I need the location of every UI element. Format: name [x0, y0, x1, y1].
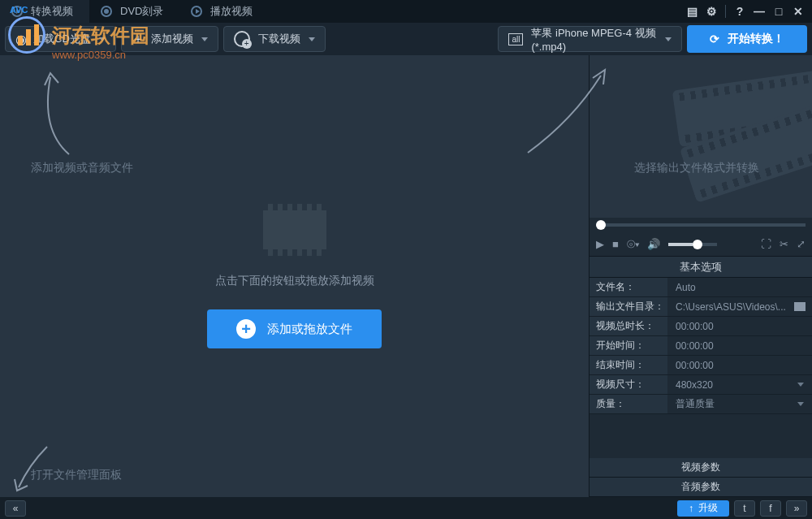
placeholder-text: 点击下面的按钮或拖放添加视频: [215, 274, 374, 288]
plus-icon: ＋: [132, 31, 145, 48]
close-icon[interactable]: ✕: [789, 2, 807, 20]
menu-icon[interactable]: ▤: [683, 2, 701, 20]
option-label: 输出文件目录：: [590, 297, 667, 316]
progress-slider[interactable]: [590, 218, 812, 232]
collapse-button[interactable]: «: [5, 500, 26, 517]
toolbar: ◉加载CD光盘 ＋添加视频 下载视频 all 苹果 iPhone MPEG-4 …: [0, 23, 812, 55]
plus-circle-icon: +: [236, 319, 256, 339]
stop-icon[interactable]: ■: [612, 238, 619, 250]
option-value[interactable]: 480x320: [667, 375, 812, 394]
play-icon[interactable]: ▶: [596, 238, 604, 250]
video-params-section[interactable]: 视频参数: [590, 458, 812, 478]
player-controls: ▶ ■ ⦾▾ 🔊 ⛶ ✂ ⤢: [590, 232, 812, 257]
output-format-select[interactable]: all 苹果 iPhone MPEG-4 视频 (*.mp4): [498, 26, 682, 52]
up-arrow-icon: ↑: [689, 503, 693, 514]
add-file-label: 添加或拖放文件: [267, 322, 352, 337]
main-pane[interactable]: 添加视频或音频文件 选择输出文件格式并转换 打开文件管理面板 点击下面的按钮或拖…: [0, 55, 589, 497]
facebook-icon[interactable]: f: [760, 500, 781, 517]
tab-convert-label: 转换视频: [31, 4, 73, 19]
option-row: 结束时间：00:00:00: [590, 356, 812, 375]
output-prefix-icon: all: [508, 33, 523, 45]
minimize-icon[interactable]: —: [750, 2, 768, 20]
option-label: 开始时间：: [590, 336, 667, 355]
option-row: 视频尺寸：480x320: [590, 375, 812, 395]
snapshot-icon[interactable]: ⦾▾: [627, 238, 639, 251]
option-value: 00:00:00: [667, 356, 812, 374]
tab-play[interactable]: 播放视频: [179, 0, 269, 23]
option-value[interactable]: 普通质量: [667, 395, 812, 413]
option-row: 质量：普通质量: [590, 395, 812, 414]
tab-dvd-label: DVD刻录: [120, 4, 163, 19]
start-label: 开始转换！: [728, 32, 784, 46]
add-video-label: 添加视频: [151, 32, 193, 46]
add-video-button[interactable]: ＋添加视频: [121, 26, 218, 52]
twitter-icon[interactable]: t: [734, 500, 755, 517]
option-value: Auto: [667, 278, 812, 296]
help-icon[interactable]: ?: [731, 2, 749, 20]
arrow-tl: [24, 65, 81, 162]
film-decoration: [671, 66, 812, 215]
divider: [725, 5, 726, 18]
audio-params-section[interactable]: 音频参数: [590, 478, 812, 497]
add-file-button[interactable]: +添加或拖放文件: [207, 309, 382, 348]
option-label: 视频尺寸：: [590, 375, 667, 394]
upgrade-label: 升级: [698, 501, 718, 515]
expand-icon[interactable]: ⤢: [797, 238, 806, 250]
preview-area: [590, 55, 812, 218]
upgrade-button[interactable]: ↑升级: [677, 500, 729, 517]
tab-dvd[interactable]: DVD刻录: [89, 0, 179, 23]
load-cd-button[interactable]: ◉加载CD光盘: [5, 26, 116, 52]
option-label: 质量：: [590, 395, 667, 413]
titlebar: 转换视频 DVD刻录 播放视频 ▤ ⚙ ? — □ ✕: [0, 0, 812, 23]
option-value: 00:00:00: [667, 317, 812, 335]
tab-convert[interactable]: 转换视频: [0, 0, 89, 23]
film-placeholder-icon: [263, 204, 326, 256]
statusbar: « ↑升级 t f »: [0, 497, 812, 519]
volume-icon[interactable]: 🔊: [647, 238, 660, 250]
option-value: 00:00:00: [667, 336, 812, 355]
side-panel: ▶ ■ ⦾▾ 🔊 ⛶ ✂ ⤢ 基本选项 文件名：Auto输出文件目录：C:\Us…: [589, 55, 812, 497]
cut-icon[interactable]: ✂: [780, 238, 788, 250]
disc-icon: ◉: [15, 32, 27, 47]
download-video-label: 下载视频: [258, 32, 300, 46]
hint-select-output: 选择输出文件格式并转换: [634, 161, 759, 175]
option-row: 视频总时长：00:00:00: [590, 317, 812, 336]
output-format-label: 苹果 iPhone MPEG-4 视频 (*.mp4): [531, 26, 657, 53]
option-label: 结束时间：: [590, 356, 667, 374]
download-video-button[interactable]: 下载视频: [223, 26, 326, 52]
globe-icon: [234, 31, 250, 47]
option-label: 文件名：: [590, 278, 667, 296]
refresh-icon: ⟳: [710, 32, 719, 45]
option-row: 输出文件目录：C:\Users\ASUS\Videos\...: [590, 297, 812, 317]
hint-add-file: 添加视频或音频文件: [31, 161, 133, 175]
folder-icon[interactable]: [794, 302, 806, 311]
basic-options-title: 基本选项: [590, 257, 812, 278]
content: 添加视频或音频文件 选择输出文件格式并转换 打开文件管理面板 点击下面的按钮或拖…: [0, 55, 812, 497]
arrow-tr: [516, 63, 621, 161]
option-row: 文件名：Auto: [590, 278, 812, 297]
option-label: 视频总时长：: [590, 317, 667, 335]
start-convert-button[interactable]: ⟳开始转换！: [687, 25, 807, 53]
maximize-icon[interactable]: □: [770, 2, 788, 20]
option-row: 开始时间：00:00:00: [590, 336, 812, 356]
link-icon[interactable]: ⛶: [761, 238, 771, 250]
option-value[interactable]: C:\Users\ASUS\Videos\...: [667, 297, 812, 316]
expand-button[interactable]: »: [786, 500, 807, 517]
gear-icon[interactable]: ⚙: [702, 2, 720, 20]
tab-play-label: 播放视频: [210, 4, 253, 19]
load-cd-label: 加载CD光盘: [33, 32, 91, 46]
hint-open-panel: 打开文件管理面板: [31, 468, 122, 482]
volume-slider[interactable]: [668, 243, 717, 246]
